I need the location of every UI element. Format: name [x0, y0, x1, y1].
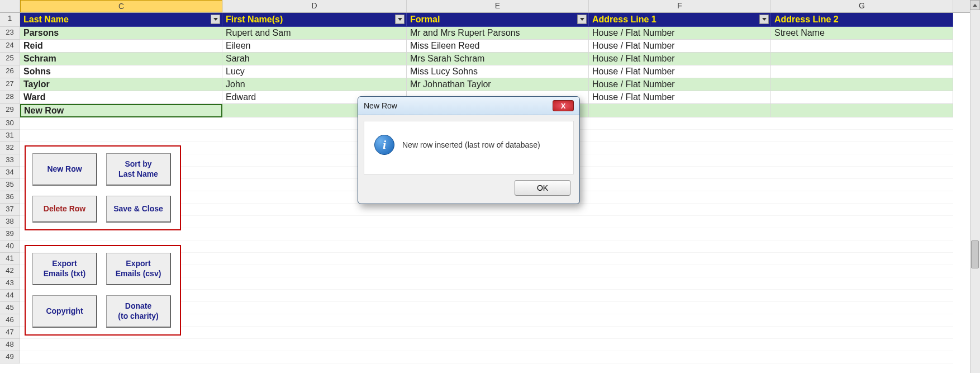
save-close-button[interactable]: Save & Close [106, 196, 171, 223]
filter-dropdown-icon[interactable] [759, 15, 769, 24]
dialog-title-text: New Row [364, 101, 397, 110]
corner-select-all[interactable] [0, 0, 20, 12]
cell-first-name[interactable]: Lucy [222, 65, 407, 78]
cell[interactable] [771, 104, 953, 117]
cell-formal[interactable]: Miss Eileen Reed [407, 40, 589, 53]
col-header-g[interactable]: G [771, 0, 953, 12]
cell-address1[interactable]: House / Flat Number [589, 27, 771, 40]
cell-last-name[interactable]: Schram [20, 53, 222, 65]
message-dialog: New Row X i New row inserted (last row o… [358, 96, 580, 204]
row-header[interactable]: 29 [0, 104, 20, 117]
row-header[interactable]: 28 [0, 91, 20, 104]
row-header[interactable]: 38 [0, 216, 20, 228]
th-label: Formal [410, 15, 440, 24]
cell-last-name[interactable]: Parsons [20, 27, 222, 40]
cell-address2[interactable]: Street Name [771, 27, 953, 40]
row-header[interactable]: 34 [0, 167, 20, 179]
action-panel-2: ExportEmails (txt) ExportEmails (csv) Co… [25, 245, 181, 336]
row-header[interactable]: 47 [0, 327, 20, 339]
empty-cell-area[interactable] [20, 339, 953, 351]
row-header[interactable]: 49 [0, 351, 20, 363]
sort-last-name-button[interactable]: Sort byLast Name [106, 153, 171, 186]
export-emails-txt-button[interactable]: ExportEmails (txt) [32, 253, 97, 285]
col-header-f[interactable]: F [589, 0, 771, 12]
dialog-titlebar[interactable]: New Row X [358, 97, 579, 115]
cell-address1[interactable]: House / Flat Number [589, 78, 771, 91]
cell-first-name[interactable]: Sarah [222, 53, 407, 65]
row-header[interactable]: 40 [0, 240, 20, 253]
cell-formal[interactable]: Mr and Mrs Rupert Parsons [407, 27, 589, 40]
cell-last-name[interactable]: Ward [20, 91, 222, 104]
filter-dropdown-icon[interactable] [577, 15, 587, 24]
empty-cell-area[interactable] [20, 351, 953, 363]
row-header[interactable]: 48 [0, 339, 20, 351]
row-header[interactable]: 27 [0, 78, 20, 91]
row-header[interactable]: 43 [0, 277, 20, 290]
donate-button[interactable]: Donate(to charity) [106, 295, 171, 328]
ok-button[interactable]: OK [515, 180, 570, 196]
cell-address1[interactable]: House / Flat Number [589, 91, 771, 104]
th-address2[interactable]: Address Line 2 [771, 13, 953, 27]
cell-address2[interactable] [771, 65, 953, 78]
row-header[interactable]: 24 [0, 40, 20, 53]
row-header[interactable]: 31 [0, 130, 20, 142]
cell-formal[interactable]: Miss Lucy Sohns [407, 65, 589, 78]
copyright-button[interactable]: Copyright [32, 295, 97, 328]
row-header[interactable]: 30 [0, 117, 20, 130]
cell-formal[interactable]: Mrs Sarah Schram [407, 53, 589, 65]
cell-formal[interactable]: Mr Johnathan Taylor [407, 78, 589, 91]
th-label: First Name(s) [226, 15, 283, 24]
row-header-1[interactable]: 1 [0, 13, 20, 27]
close-icon[interactable]: X [553, 100, 574, 111]
active-cell[interactable]: New Row [20, 104, 222, 117]
cell-address1[interactable]: House / Flat Number [589, 65, 771, 78]
cell-last-name[interactable]: Reid [20, 40, 222, 53]
row-header[interactable]: 36 [0, 191, 20, 204]
row-header[interactable]: 32 [0, 142, 20, 154]
info-icon: i [374, 135, 394, 155]
col-header-e[interactable]: E [407, 0, 589, 12]
th-last-name[interactable]: Last Name [20, 13, 222, 27]
cell-address2[interactable] [771, 78, 953, 91]
row-header[interactable]: 46 [0, 314, 20, 327]
row-header[interactable]: 37 [0, 204, 20, 216]
cell-first-name[interactable]: Rupert and Sam [222, 27, 407, 40]
scroll-up-icon[interactable] [970, 0, 980, 10]
cell-last-name[interactable]: Sohns [20, 65, 222, 78]
cell[interactable] [589, 104, 771, 117]
row-header[interactable]: 25 [0, 53, 20, 65]
cell-address1[interactable]: House / Flat Number [589, 40, 771, 53]
cell-address2[interactable] [771, 91, 953, 104]
cell-address2[interactable] [771, 53, 953, 65]
filter-dropdown-icon[interactable] [211, 15, 220, 24]
th-first-names[interactable]: First Name(s) [222, 13, 407, 27]
row-header[interactable]: 44 [0, 290, 20, 302]
row-header[interactable]: 45 [0, 302, 20, 314]
filter-dropdown-icon[interactable] [395, 15, 405, 24]
col-header-c[interactable]: C [20, 0, 222, 12]
row-header[interactable]: 39 [0, 228, 20, 240]
row-header[interactable]: 23 [0, 27, 20, 40]
delete-row-button[interactable]: Delete Row [32, 196, 97, 223]
row-header[interactable]: 26 [0, 65, 20, 78]
cell-address2[interactable] [771, 40, 953, 53]
cell-first-name[interactable]: Eileen [222, 40, 407, 53]
th-formal[interactable]: Formal [407, 13, 589, 27]
cell-first-name[interactable]: John [222, 78, 407, 91]
cell-address1[interactable]: House / Flat Number [589, 53, 771, 65]
row-header[interactable]: 35 [0, 179, 20, 191]
vertical-scrollbar[interactable] [970, 0, 980, 373]
new-row-button[interactable]: New Row [32, 153, 97, 186]
dialog-footer: OK [358, 180, 579, 204]
th-address1[interactable]: Address Line 1 [589, 13, 771, 27]
row-header[interactable]: 42 [0, 265, 20, 277]
th-label: Address Line 2 [774, 15, 839, 24]
cell-last-name[interactable]: Taylor [20, 78, 222, 91]
dialog-body: i New row inserted (last row of database… [364, 121, 574, 174]
scroll-thumb[interactable] [971, 240, 979, 268]
dialog-message: New row inserted (last row of database) [402, 140, 540, 149]
row-header[interactable]: 33 [0, 154, 20, 167]
col-header-d[interactable]: D [222, 0, 407, 12]
row-header[interactable]: 41 [0, 253, 20, 265]
export-emails-csv-button[interactable]: ExportEmails (csv) [106, 253, 171, 285]
